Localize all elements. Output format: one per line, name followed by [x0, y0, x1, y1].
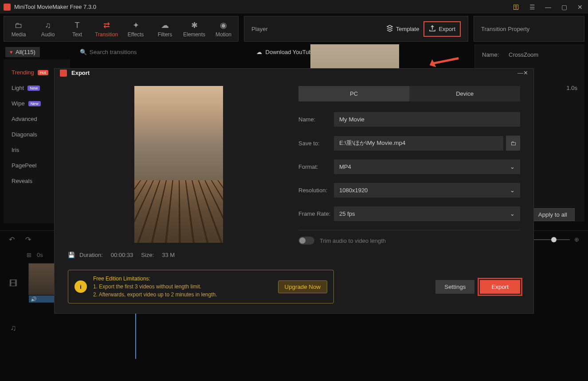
trim-audio-label: Trim audio to video length [320, 237, 386, 244]
prop-name-value: CrossZoom [509, 51, 538, 58]
tab-filters[interactable]: ☁Filters [150, 16, 180, 41]
export-icon [429, 25, 436, 33]
template-label: Template [396, 26, 419, 32]
saveto-label: Save to: [298, 140, 334, 147]
caret-down-icon: ▾ [10, 49, 13, 55]
motion-icon: ◉ [220, 20, 227, 31]
transition-icon: ⇄ [103, 20, 110, 31]
key-icon[interactable]: ⚿ [512, 4, 521, 11]
trim-audio-toggle[interactable] [298, 237, 314, 245]
cloud-download-icon: ☁ [256, 49, 262, 55]
menu-icon[interactable]: ☰ [528, 4, 537, 11]
text-icon: T [75, 20, 80, 31]
saveto-input[interactable] [334, 136, 503, 151]
resolution-label: Resolution: [298, 187, 334, 194]
upgrade-now-button[interactable]: Upgrade Now [278, 280, 328, 293]
dialog-close-icon[interactable]: ✕ [523, 70, 528, 76]
destination-tabs: PC Device [298, 86, 520, 101]
apply-to-all-button[interactable]: Apply to all [531, 208, 575, 221]
close-icon[interactable]: ✕ [576, 4, 584, 11]
settings-button[interactable]: Settings [435, 280, 474, 294]
badge: Hot [38, 70, 48, 75]
maximize-icon[interactable]: ▢ [560, 4, 568, 11]
export-button[interactable]: Export [480, 280, 520, 294]
duration-label: Duration: [79, 252, 103, 258]
badge: New [27, 86, 40, 91]
export-meta: 💾 Duration: 00:00:33 Size: 33 M [68, 252, 183, 258]
dialog-minimize-icon[interactable]: — [517, 70, 523, 76]
elements-icon: ✱ [191, 20, 198, 31]
chevron-down-icon: ⌄ [510, 163, 515, 170]
search-input[interactable] [90, 49, 152, 55]
limitations-title: Free Edition Limitations: [93, 275, 273, 283]
redo-icon[interactable]: ↷ [25, 235, 31, 244]
tab-transition[interactable]: ⇄Transition [92, 16, 121, 41]
pc-tab[interactable]: PC [298, 86, 409, 101]
dialog-logo-icon [60, 70, 67, 77]
export-top-label: Export [439, 26, 455, 32]
export-preview-image [134, 86, 223, 243]
framerate-select[interactable]: 25 fps ⌄ [334, 206, 520, 221]
player-label: Player [251, 26, 268, 32]
name-label: Name: [298, 116, 334, 123]
tab-text[interactable]: TText [63, 16, 92, 41]
prop-duration-value: 1.0s [566, 85, 577, 91]
limitations-box: i Free Edition Limitations: 1. Export th… [68, 270, 334, 303]
limitations-line2: 2. Afterwards, export video up to 2 minu… [93, 292, 217, 298]
media-tabs: 🗀Media♫AudioTText⇄Transition✦Effects☁Fil… [4, 16, 239, 42]
format-select[interactable]: MP4 ⌄ [334, 159, 520, 174]
export-dialog: Export — ✕ 💾 Duration: 00:00:33 Size: 33… [54, 68, 534, 314]
dialog-title: Export [71, 70, 90, 76]
property-panel-title: Transition Property [474, 16, 584, 42]
name-input[interactable] [334, 112, 520, 127]
format-label: Format: [298, 163, 334, 170]
tab-elements[interactable]: ✱Elements [180, 16, 209, 41]
size-label: Size: [141, 252, 154, 258]
tab-audio[interactable]: ♫Audio [33, 16, 63, 41]
export-top-button[interactable]: Export [423, 21, 461, 37]
player-panel: Player Template Export [244, 16, 468, 42]
trim-audio-row: Trim audio to video length [298, 237, 520, 245]
chevron-down-icon: ⌄ [510, 187, 515, 194]
chevron-down-icon: ⌄ [510, 210, 515, 217]
tab-effects[interactable]: ✦Effects [121, 16, 150, 41]
search-icon: 🔍 [80, 49, 87, 55]
audio-icon: ♫ [45, 20, 51, 31]
media-icon: 🗀 [15, 20, 23, 31]
video-track-icon: 🎞 [0, 261, 27, 306]
app-logo-icon [4, 4, 11, 11]
search-box[interactable]: 🔍 [80, 49, 152, 55]
resolution-select[interactable]: 1080x1920 ⌄ [334, 183, 520, 198]
info-icon: i [74, 280, 87, 293]
tab-media[interactable]: 🗀Media [4, 16, 33, 41]
framerate-label: Frame Rate: [298, 210, 334, 217]
save-icon: 💾 [68, 252, 75, 258]
undo-icon[interactable]: ↶ [9, 235, 15, 244]
dialog-titlebar: Export — ✕ [55, 69, 533, 77]
browse-folder-button[interactable]: 🗀 [506, 136, 520, 151]
toolbar-row: 🗀Media♫AudioTText⇄Transition✦Effects☁Fil… [0, 14, 588, 43]
filters-icon: ☁ [161, 20, 169, 31]
zoom-in-icon[interactable]: ⊕ [574, 236, 579, 243]
titlebar: MiniTool MovieMaker Free 7.3.0 ⚿ ☰ — ▢ ✕ [0, 0, 588, 14]
ruler-marker-icon: ⊞ [27, 252, 31, 258]
tab-motion[interactable]: ◉Motion [209, 16, 238, 41]
template-button[interactable]: Template [382, 22, 424, 36]
all-filter-chip[interactable]: ▾ All(115) [5, 47, 40, 57]
audio-track-icon: ♫ [0, 306, 27, 350]
device-tab[interactable]: Device [409, 86, 520, 101]
template-icon [386, 25, 393, 33]
effects-icon: ✦ [133, 20, 139, 31]
app-title: MiniTool MovieMaker Free 7.3.0 [14, 4, 96, 10]
badge: New [28, 101, 41, 106]
folder-icon: 🗀 [510, 140, 516, 147]
prop-name-label: Name: [482, 51, 509, 58]
duration-value: 00:00:33 [111, 252, 133, 258]
size-value: 33 M [162, 252, 175, 258]
minimize-icon[interactable]: — [544, 4, 553, 11]
limitations-line1: 1. Export the first 3 videos without len… [93, 284, 201, 290]
